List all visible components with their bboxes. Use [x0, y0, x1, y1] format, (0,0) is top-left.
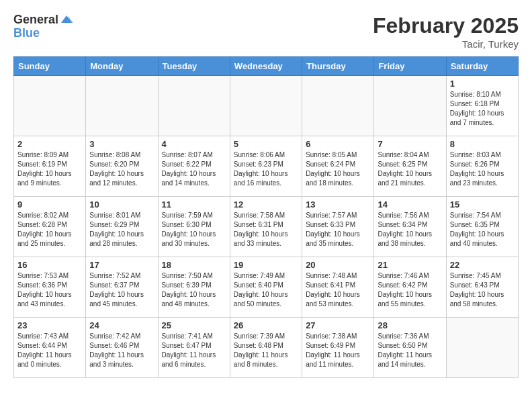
title-block: February 2025 Tacir, Turkey: [373, 13, 519, 50]
day-info: Sunrise: 7:50 AM Sunset: 6:39 PM Dayligh…: [162, 271, 226, 309]
calendar-cell: 3Sunrise: 8:08 AM Sunset: 6:20 PM Daylig…: [86, 136, 158, 197]
calendar-cell: 25Sunrise: 7:41 AM Sunset: 6:47 PM Dayli…: [158, 318, 230, 378]
day-info: Sunrise: 8:01 AM Sunset: 6:29 PM Dayligh…: [89, 211, 154, 248]
column-header-sunday: Sunday: [14, 57, 86, 76]
day-number: 16: [17, 260, 82, 270]
day-number: 5: [234, 139, 298, 149]
day-info: Sunrise: 7:48 AM Sunset: 6:41 PM Dayligh…: [306, 271, 370, 309]
calendar-cell: 28Sunrise: 7:36 AM Sunset: 6:50 PM Dayli…: [374, 318, 446, 378]
day-number: 6: [306, 139, 370, 149]
calendar-cell: 1Sunrise: 8:10 AM Sunset: 6:18 PM Daylig…: [446, 76, 518, 136]
day-number: 2: [17, 139, 82, 149]
day-number: 4: [162, 139, 226, 149]
calendar-week-5: 23Sunrise: 7:43 AM Sunset: 6:44 PM Dayli…: [14, 318, 519, 378]
day-number: 23: [17, 320, 82, 330]
calendar-cell: [446, 318, 518, 378]
calendar-cell: 12Sunrise: 7:58 AM Sunset: 6:31 PM Dayli…: [230, 197, 302, 257]
day-info: Sunrise: 7:45 AM Sunset: 6:43 PM Dayligh…: [450, 271, 515, 309]
day-number: 12: [234, 199, 298, 210]
calendar-cell: 4Sunrise: 8:07 AM Sunset: 6:22 PM Daylig…: [158, 136, 230, 197]
calendar-cell: 22Sunrise: 7:45 AM Sunset: 6:43 PM Dayli…: [446, 257, 518, 318]
page-header: General Blue February 2025 Tacir, Turkey: [13, 13, 519, 50]
day-number: 14: [378, 199, 442, 210]
column-header-wednesday: Wednesday: [230, 57, 302, 76]
day-number: 27: [306, 320, 370, 330]
day-info: Sunrise: 7:41 AM Sunset: 6:47 PM Dayligh…: [162, 332, 226, 369]
calendar-week-2: 2Sunrise: 8:09 AM Sunset: 6:19 PM Daylig…: [14, 136, 519, 197]
day-number: 21: [378, 260, 442, 270]
calendar-week-4: 16Sunrise: 7:53 AM Sunset: 6:36 PM Dayli…: [14, 257, 519, 318]
calendar-header-row: SundayMondayTuesdayWednesdayThursdayFrid…: [14, 57, 519, 76]
day-number: 28: [378, 320, 442, 330]
day-info: Sunrise: 8:09 AM Sunset: 6:19 PM Dayligh…: [17, 150, 82, 188]
day-number: 7: [378, 139, 442, 149]
day-number: 19: [234, 260, 298, 270]
column-header-saturday: Saturday: [446, 57, 518, 76]
calendar-cell: 5Sunrise: 8:06 AM Sunset: 6:23 PM Daylig…: [230, 136, 302, 197]
calendar-cell: 16Sunrise: 7:53 AM Sunset: 6:36 PM Dayli…: [14, 257, 86, 318]
calendar-cell: 13Sunrise: 7:57 AM Sunset: 6:33 PM Dayli…: [302, 197, 374, 257]
calendar-cell: [14, 76, 86, 136]
logo-blue-text: Blue: [13, 27, 73, 40]
column-header-thursday: Thursday: [302, 57, 374, 76]
calendar-cell: [230, 76, 302, 136]
day-info: Sunrise: 8:02 AM Sunset: 6:28 PM Dayligh…: [17, 211, 82, 248]
calendar-cell: 7Sunrise: 8:04 AM Sunset: 6:25 PM Daylig…: [374, 136, 446, 197]
day-number: 1: [450, 79, 515, 89]
calendar-cell: 17Sunrise: 7:52 AM Sunset: 6:37 PM Dayli…: [86, 257, 158, 318]
logo: General Blue: [13, 13, 73, 40]
day-info: Sunrise: 7:56 AM Sunset: 6:34 PM Dayligh…: [378, 211, 442, 248]
day-number: 10: [89, 199, 154, 210]
day-info: Sunrise: 7:58 AM Sunset: 6:31 PM Dayligh…: [234, 211, 298, 248]
day-number: 26: [234, 320, 298, 330]
day-number: 17: [89, 260, 154, 270]
calendar-location: Tacir, Turkey: [373, 38, 519, 50]
day-info: Sunrise: 7:43 AM Sunset: 6:44 PM Dayligh…: [17, 332, 82, 369]
day-number: 22: [450, 260, 515, 270]
calendar-title: February 2025: [373, 13, 519, 38]
calendar-week-3: 9Sunrise: 8:02 AM Sunset: 6:28 PM Daylig…: [14, 197, 519, 257]
calendar-table: SundayMondayTuesdayWednesdayThursdayFrid…: [13, 56, 519, 378]
calendar-cell: 23Sunrise: 7:43 AM Sunset: 6:44 PM Dayli…: [14, 318, 86, 378]
day-info: Sunrise: 7:38 AM Sunset: 6:49 PM Dayligh…: [306, 332, 370, 369]
calendar-cell: 14Sunrise: 7:56 AM Sunset: 6:34 PM Dayli…: [374, 197, 446, 257]
day-info: Sunrise: 7:36 AM Sunset: 6:50 PM Dayligh…: [378, 332, 442, 369]
calendar-cell: [302, 76, 374, 136]
day-info: Sunrise: 8:05 AM Sunset: 6:24 PM Dayligh…: [306, 150, 370, 188]
calendar-cell: 2Sunrise: 8:09 AM Sunset: 6:19 PM Daylig…: [14, 136, 86, 197]
logo-general-text: General: [13, 13, 58, 27]
column-header-tuesday: Tuesday: [158, 57, 230, 76]
day-number: 15: [450, 199, 515, 210]
day-info: Sunrise: 8:06 AM Sunset: 6:23 PM Dayligh…: [234, 150, 298, 188]
day-info: Sunrise: 7:52 AM Sunset: 6:37 PM Dayligh…: [89, 271, 154, 309]
calendar-cell: 24Sunrise: 7:42 AM Sunset: 6:46 PM Dayli…: [86, 318, 158, 378]
day-info: Sunrise: 7:57 AM Sunset: 6:33 PM Dayligh…: [306, 211, 370, 248]
day-info: Sunrise: 8:04 AM Sunset: 6:25 PM Dayligh…: [378, 150, 442, 188]
calendar-cell: 18Sunrise: 7:50 AM Sunset: 6:39 PM Dayli…: [158, 257, 230, 318]
day-number: 9: [17, 199, 82, 210]
day-info: Sunrise: 7:54 AM Sunset: 6:35 PM Dayligh…: [450, 211, 515, 248]
day-info: Sunrise: 8:08 AM Sunset: 6:20 PM Dayligh…: [89, 150, 154, 188]
day-info: Sunrise: 8:10 AM Sunset: 6:18 PM Dayligh…: [450, 90, 515, 128]
calendar-cell: 11Sunrise: 7:59 AM Sunset: 6:30 PM Dayli…: [158, 197, 230, 257]
calendar-cell: 19Sunrise: 7:49 AM Sunset: 6:40 PM Dayli…: [230, 257, 302, 318]
calendar-cell: 10Sunrise: 8:01 AM Sunset: 6:29 PM Dayli…: [86, 197, 158, 257]
day-number: 25: [162, 320, 226, 330]
day-number: 24: [89, 320, 154, 330]
day-info: Sunrise: 7:49 AM Sunset: 6:40 PM Dayligh…: [234, 271, 298, 309]
calendar-cell: [86, 76, 158, 136]
day-number: 18: [162, 260, 226, 270]
day-info: Sunrise: 8:07 AM Sunset: 6:22 PM Dayligh…: [162, 150, 226, 188]
day-number: 20: [306, 260, 370, 270]
day-info: Sunrise: 7:39 AM Sunset: 6:48 PM Dayligh…: [234, 332, 298, 369]
calendar-cell: [158, 76, 230, 136]
day-number: 13: [306, 199, 370, 210]
column-header-monday: Monday: [86, 57, 158, 76]
calendar-cell: [374, 76, 446, 136]
day-info: Sunrise: 8:03 AM Sunset: 6:26 PM Dayligh…: [450, 150, 515, 188]
day-info: Sunrise: 7:46 AM Sunset: 6:42 PM Dayligh…: [378, 271, 442, 309]
calendar-cell: 20Sunrise: 7:48 AM Sunset: 6:41 PM Dayli…: [302, 257, 374, 318]
calendar-cell: 15Sunrise: 7:54 AM Sunset: 6:35 PM Dayli…: [446, 197, 518, 257]
calendar-cell: 26Sunrise: 7:39 AM Sunset: 6:48 PM Dayli…: [230, 318, 302, 378]
day-number: 8: [450, 139, 515, 149]
